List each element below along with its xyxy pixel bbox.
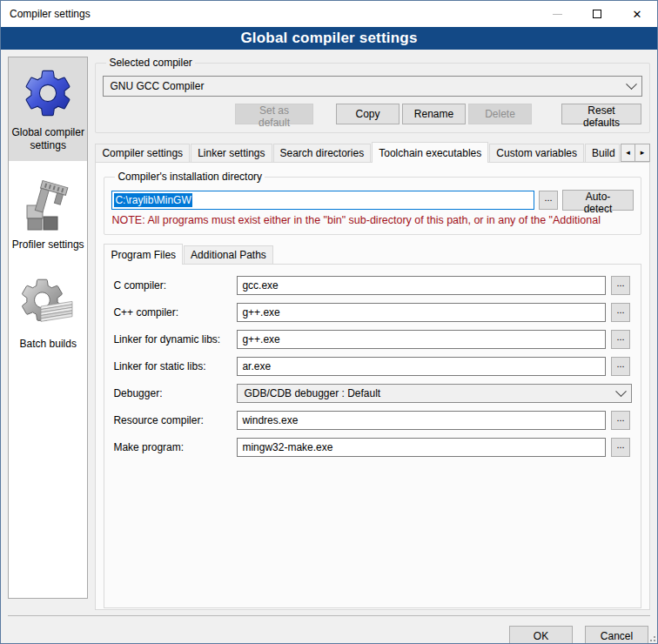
settings-tabs: Compiler settings Linker settings Search… bbox=[95, 141, 650, 162]
compiler-settings-dialog: Compiler settings ✕ Global compiler sett… bbox=[0, 0, 658, 644]
tab-additional-paths[interactable]: Additional Paths bbox=[184, 245, 273, 264]
sidebar-item-global-compiler-settings[interactable]: Global compiler settings bbox=[9, 57, 87, 161]
reset-defaults-button[interactable]: Reset defaults bbox=[561, 104, 641, 124]
sidebar-item-label: Profiler settings bbox=[12, 238, 84, 252]
program-files-page: C compiler: gcc.exe ... C++ compiler: g+… bbox=[104, 264, 641, 608]
field-row-linker-static: Linker for static libs: ar.exe ... bbox=[113, 357, 632, 376]
installation-directory-note: NOTE: All programs must exist either in … bbox=[111, 214, 634, 226]
sidebar-item-label: Batch builds bbox=[20, 338, 77, 351]
copy-button[interactable]: Copy bbox=[336, 104, 400, 124]
resource-compiler-browse-button[interactable]: ... bbox=[611, 411, 630, 430]
maximize-button[interactable] bbox=[577, 1, 617, 27]
cpp-compiler-value: g++.exe bbox=[242, 306, 279, 319]
resource-compiler-input[interactable]: windres.exe bbox=[237, 411, 606, 430]
tab-custom-variables[interactable]: Custom variables bbox=[489, 144, 584, 162]
tab-toolchain-executables[interactable]: Toolchain executables bbox=[372, 142, 488, 163]
delete-button[interactable]: Delete bbox=[468, 104, 532, 124]
installation-directory-value: C:\raylib\MinGW bbox=[114, 193, 191, 207]
tab-build-options[interactable]: Build bbox=[585, 144, 620, 162]
dialog-header: Global compiler settings bbox=[1, 27, 657, 50]
field-row-make-program: Make program: mingw32-make.exe ... bbox=[113, 438, 632, 457]
field-label: Linker for dynamic libs: bbox=[113, 333, 232, 345]
window-controls: ✕ bbox=[537, 1, 657, 27]
field-label: Linker for static libs: bbox=[113, 360, 232, 372]
main-panel: Selected compiler GNU GCC Compiler Set a… bbox=[95, 57, 650, 610]
field-row-linker-dynamic: Linker for dynamic libs: g++.exe ... bbox=[113, 330, 632, 349]
settings-sidebar: Global compiler settings bbox=[8, 57, 88, 599]
cpp-compiler-input[interactable]: g++.exe bbox=[237, 303, 606, 322]
minimize-button[interactable] bbox=[537, 1, 577, 27]
minimize-icon bbox=[553, 14, 562, 15]
tab-scroll-left-button[interactable]: ◂ bbox=[621, 144, 635, 162]
debugger-select[interactable]: GDB/CDB debugger : Default bbox=[237, 384, 632, 403]
resource-compiler-value: windres.exe bbox=[242, 414, 298, 426]
dialog-body: Global compiler settings bbox=[1, 50, 657, 607]
gear-stack-icon bbox=[20, 277, 76, 332]
chevron-down-icon bbox=[615, 386, 627, 397]
installation-directory-group: Compiler's installation directory C:\ray… bbox=[104, 171, 641, 235]
cancel-button[interactable]: Cancel bbox=[585, 626, 648, 644]
linker-dynamic-input[interactable]: g++.exe bbox=[237, 330, 606, 349]
compiler-select-value: GNU GCC Compiler bbox=[110, 80, 204, 92]
close-icon: ✕ bbox=[633, 9, 642, 20]
rename-button[interactable]: Rename bbox=[402, 104, 466, 124]
tab-scroll-left-icon: ◂ bbox=[626, 148, 630, 157]
field-label: Debugger: bbox=[113, 387, 232, 399]
program-files-tabs: Program Files Additional Paths bbox=[104, 243, 641, 264]
linker-dynamic-browse-button[interactable]: ... bbox=[611, 330, 630, 349]
field-row-debugger: Debugger: GDB/CDB debugger : Default bbox=[113, 384, 632, 403]
linker-static-browse-button[interactable]: ... bbox=[611, 357, 630, 376]
cpp-compiler-browse-button[interactable]: ... bbox=[611, 303, 630, 322]
tab-scrollers: ◂ ▸ bbox=[621, 144, 650, 162]
installation-directory-browse-button[interactable]: ... bbox=[539, 191, 558, 210]
field-row-resource-compiler: Resource compiler: windres.exe ... bbox=[113, 411, 632, 430]
make-program-value: mingw32-make.exe bbox=[242, 441, 332, 453]
field-label: Make program: bbox=[113, 441, 232, 453]
make-program-input[interactable]: mingw32-make.exe bbox=[237, 438, 606, 457]
gear-blue-icon bbox=[20, 65, 76, 121]
tab-linker-settings[interactable]: Linker settings bbox=[191, 144, 272, 162]
linker-static-input[interactable]: ar.exe bbox=[237, 357, 606, 376]
installation-directory-group-label: Compiler's installation directory bbox=[115, 171, 265, 183]
compiler-select[interactable]: GNU GCC Compiler bbox=[103, 76, 642, 97]
tab-compiler-settings[interactable]: Compiler settings bbox=[95, 144, 190, 162]
tab-scroll-right-icon: ▸ bbox=[641, 148, 645, 157]
set-as-default-button[interactable]: Set as default bbox=[235, 104, 313, 124]
linker-static-value: ar.exe bbox=[242, 360, 271, 372]
sidebar-item-profiler-settings[interactable]: Profiler settings bbox=[9, 170, 87, 260]
make-program-browse-button[interactable]: ... bbox=[611, 438, 630, 457]
c-compiler-value: gcc.exe bbox=[242, 279, 278, 292]
installation-directory-row: C:\raylib\MinGW ... Auto-detect bbox=[111, 190, 634, 211]
tab-search-directories[interactable]: Search directories bbox=[273, 144, 372, 162]
selected-compiler-group: Selected compiler GNU GCC Compiler Set a… bbox=[95, 57, 650, 133]
close-button[interactable]: ✕ bbox=[617, 1, 657, 27]
tab-scroll-right-button[interactable]: ▸ bbox=[635, 144, 650, 162]
sidebar-item-batch-builds[interactable]: Batch builds bbox=[9, 269, 87, 359]
tab-program-files[interactable]: Program Files bbox=[104, 244, 183, 265]
field-label: C++ compiler: bbox=[113, 306, 232, 319]
compiler-button-row: Set as default Copy Rename Delete Reset … bbox=[103, 104, 642, 124]
c-compiler-input[interactable]: gcc.exe bbox=[237, 276, 606, 295]
field-label: Resource compiler: bbox=[113, 414, 232, 426]
toolchain-executables-page: Compiler's installation directory C:\ray… bbox=[95, 162, 650, 610]
c-compiler-browse-button[interactable]: ... bbox=[611, 276, 630, 295]
maximize-icon bbox=[593, 10, 601, 18]
dialog-footer: OK Cancel bbox=[8, 615, 650, 644]
window-title: Compiler settings bbox=[1, 8, 537, 20]
installation-directory-input[interactable]: C:\raylib\MinGW bbox=[111, 191, 534, 210]
resize-grip-icon[interactable] bbox=[648, 634, 655, 641]
sidebar-item-label: Global compiler settings bbox=[10, 126, 85, 152]
field-label: C compiler: bbox=[113, 279, 232, 292]
field-row-c-compiler: C compiler: gcc.exe ... bbox=[113, 276, 632, 295]
title-bar: Compiler settings ✕ bbox=[1, 1, 657, 27]
debugger-value: GDB/CDB debugger : Default bbox=[244, 387, 380, 399]
linker-dynamic-value: g++.exe bbox=[242, 333, 279, 345]
selected-compiler-group-label: Selected compiler bbox=[106, 57, 194, 69]
chevron-down-icon bbox=[626, 78, 637, 90]
field-row-cpp-compiler: C++ compiler: g++.exe ... bbox=[113, 303, 632, 322]
auto-detect-button[interactable]: Auto-detect bbox=[562, 190, 634, 211]
caliper-icon bbox=[20, 178, 76, 233]
ok-button[interactable]: OK bbox=[509, 626, 573, 644]
